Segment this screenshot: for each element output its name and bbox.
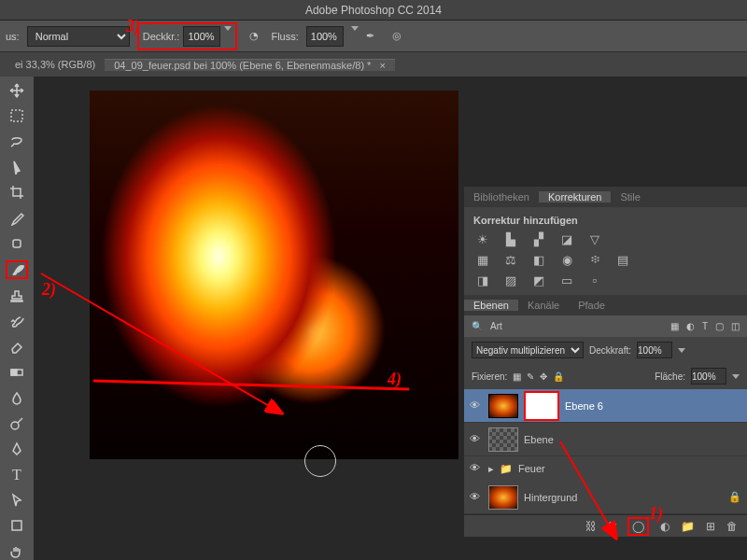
- layer-row-ebene[interactable]: 👁 Ebene: [464, 423, 747, 456]
- threshold-icon[interactable]: ◩: [529, 273, 548, 287]
- brightness-icon[interactable]: ☀: [473, 231, 492, 246]
- visibility-icon[interactable]: 👁: [470, 433, 483, 446]
- layer-name[interactable]: Ebene: [524, 434, 554, 445]
- tab-bibliotheken[interactable]: Bibliotheken: [464, 191, 539, 203]
- flow-label: Fluss:: [271, 31, 298, 42]
- gradient-tool-icon[interactable]: [6, 364, 28, 381]
- curves-icon[interactable]: ▞: [529, 231, 548, 246]
- blend-mode-dropdown[interactable]: Normal: [27, 26, 130, 47]
- crop-tool-icon[interactable]: [6, 184, 28, 201]
- layer-folder-feuer[interactable]: 👁 ▸ 📁 Feuer: [464, 456, 747, 481]
- korrekturen-tabs: Bibliotheken Korrekturen Stile: [464, 187, 747, 207]
- blur-tool-icon[interactable]: [6, 390, 28, 407]
- layer-mask-thumb[interactable]: [527, 394, 557, 418]
- vibrance-icon[interactable]: ▽: [585, 231, 604, 246]
- document-tabs: ei 33,3% (RGB/8) 04_09_feuer.psd bei 100…: [0, 52, 747, 77]
- lasso-tool-icon[interactable]: [6, 133, 28, 150]
- opacity-label: Deckkr.:: [143, 31, 180, 42]
- photo-filter-icon[interactable]: ◉: [557, 252, 576, 267]
- lock-pos-icon[interactable]: ✥: [540, 371, 547, 382]
- posterize-icon[interactable]: ▨: [501, 273, 520, 287]
- layer-thumb[interactable]: [488, 394, 518, 418]
- layer-fill-input[interactable]: [691, 368, 726, 385]
- toolbox: T: [0, 77, 34, 560]
- visibility-icon[interactable]: 👁: [470, 462, 483, 475]
- path-select-tool-icon[interactable]: [6, 492, 28, 509]
- brush-tool-icon[interactable]: [6, 260, 28, 279]
- exposure-icon[interactable]: ◪: [557, 231, 576, 246]
- balance-icon[interactable]: ⚖: [501, 252, 520, 267]
- ebenen-tabs: Ebenen Kanäle Pfade: [464, 295, 747, 315]
- link-icon[interactable]: ⛓: [585, 520, 597, 533]
- history-brush-tool-icon[interactable]: [6, 314, 28, 330]
- opacity-arrow-icon[interactable]: [678, 348, 685, 353]
- lock-all-icon[interactable]: 🔒: [553, 371, 564, 382]
- visibility-icon[interactable]: 👁: [470, 399, 483, 413]
- new-layer-icon[interactable]: ⊞: [706, 520, 715, 533]
- filter-shape-icon[interactable]: ▢: [715, 321, 724, 331]
- hue-icon[interactable]: ▦: [473, 252, 492, 267]
- close-tab-icon[interactable]: ×: [379, 60, 385, 71]
- pressure-size-icon[interactable]: ◎: [392, 30, 411, 42]
- quick-select-tool-icon[interactable]: [6, 159, 28, 175]
- document-tab-1[interactable]: ei 33,3% (RGB/8): [6, 59, 105, 70]
- tab-ebenen[interactable]: Ebenen: [464, 300, 518, 311]
- layer-opacity-input[interactable]: [637, 342, 672, 358]
- pressure-icon[interactable]: ◔: [245, 30, 263, 42]
- canvas[interactable]: [90, 91, 458, 459]
- tab-kanäle[interactable]: Kanäle: [518, 300, 569, 311]
- bw-icon[interactable]: ◧: [529, 252, 548, 267]
- move-tool-icon[interactable]: [6, 82, 28, 99]
- airbrush-icon[interactable]: ✒: [366, 30, 385, 42]
- add-mask-button[interactable]: ◯: [627, 517, 649, 536]
- flow-dropdown-arrow[interactable]: [351, 31, 359, 42]
- svg-rect-0: [11, 110, 22, 121]
- expand-arrow-icon[interactable]: ▸: [488, 463, 494, 475]
- new-group-icon[interactable]: 📁: [681, 520, 695, 533]
- eraser-tool-icon[interactable]: [6, 339, 28, 356]
- layer-name[interactable]: Hintergrund: [524, 492, 577, 503]
- levels-icon[interactable]: ▙: [501, 231, 520, 246]
- gradient-map-icon[interactable]: ▭: [557, 273, 576, 287]
- layer-thumb[interactable]: [488, 427, 518, 452]
- tab-pfade[interactable]: Pfade: [569, 300, 614, 311]
- opacity-input[interactable]: [183, 26, 220, 47]
- eyedropper-tool-icon[interactable]: [6, 210, 28, 227]
- trash-icon[interactable]: 🗑: [726, 520, 738, 533]
- layer-row-ebene6[interactable]: 👁 Ebene 6: [464, 389, 747, 423]
- layer-name[interactable]: Ebene 6: [565, 400, 603, 412]
- blend-mode-select[interactable]: Negativ multiplizieren: [472, 342, 584, 358]
- hand-tool-icon[interactable]: [6, 543, 28, 560]
- fill-arrow-icon[interactable]: [732, 374, 740, 379]
- opacity-dropdown-arrow[interactable]: [224, 31, 232, 42]
- filter-pixel-icon[interactable]: ▦: [670, 321, 679, 331]
- folder-icon: 📁: [500, 463, 513, 475]
- stamp-tool-icon[interactable]: [6, 287, 28, 304]
- lock-trans-icon[interactable]: ▦: [513, 371, 521, 382]
- filter-adj-icon[interactable]: ◐: [686, 321, 695, 331]
- dodge-tool-icon[interactable]: [6, 415, 28, 432]
- folder-name[interactable]: Feuer: [518, 463, 545, 474]
- pen-tool-icon[interactable]: [6, 441, 28, 457]
- marquee-tool-icon[interactable]: [6, 107, 28, 124]
- healing-tool-icon[interactable]: [6, 235, 28, 252]
- flow-input[interactable]: [306, 26, 344, 47]
- layer-thumb[interactable]: [488, 485, 518, 510]
- fx-icon[interactable]: fx: [608, 520, 616, 533]
- lock-paint-icon[interactable]: ✎: [527, 371, 534, 382]
- visibility-icon[interactable]: 👁: [470, 491, 483, 504]
- lock-icon: 🔒: [728, 491, 741, 503]
- search-icon[interactable]: 🔍: [472, 321, 483, 331]
- tab-korrekturen[interactable]: Korrekturen: [539, 191, 611, 203]
- tab-stile[interactable]: Stile: [611, 191, 649, 203]
- lut-icon[interactable]: ▤: [613, 252, 632, 267]
- filter-type-icon[interactable]: T: [702, 321, 708, 331]
- type-tool-icon[interactable]: T: [6, 467, 28, 483]
- filter-smart-icon[interactable]: ◫: [731, 321, 740, 331]
- layer-row-background[interactable]: 👁 Hintergrund 🔒: [464, 481, 747, 514]
- invert-icon[interactable]: ◨: [473, 273, 492, 287]
- shape-tool-icon[interactable]: [6, 517, 28, 534]
- selective-icon[interactable]: ▫: [585, 273, 604, 287]
- document-tab-2[interactable]: 04_09_feuer.psd bei 100% (Ebene 6, Ebene…: [105, 59, 395, 71]
- mixer-icon[interactable]: ፨: [585, 252, 604, 267]
